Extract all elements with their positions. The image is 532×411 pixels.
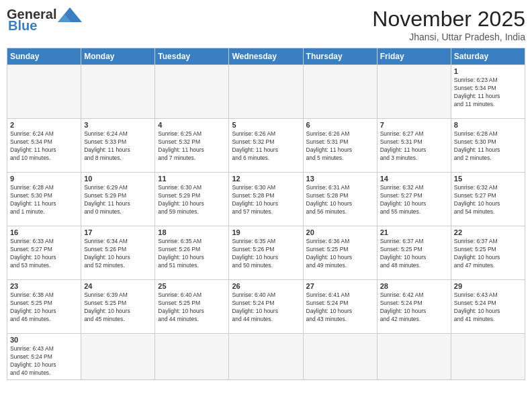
day-info: Sunrise: 6:33 AM Sunset: 5:27 PM Dayligh… xyxy=(10,238,78,270)
weekday-header-tuesday: Tuesday xyxy=(155,48,229,65)
day-number: 14 xyxy=(380,175,448,183)
logo-icon xyxy=(58,7,82,22)
day-number: 25 xyxy=(158,282,226,290)
location: Jhansi, Uttar Pradesh, India xyxy=(372,32,525,42)
day-info: Sunrise: 6:32 AM Sunset: 5:27 PM Dayligh… xyxy=(380,184,448,216)
day-number: 11 xyxy=(158,175,226,183)
day-number: 19 xyxy=(232,228,300,236)
calendar-table: SundayMondayTuesdayWednesdayThursdayFrid… xyxy=(7,48,525,380)
day-cell: 29Sunrise: 6:43 AM Sunset: 5:24 PM Dayli… xyxy=(451,280,525,334)
day-cell: 18Sunrise: 6:35 AM Sunset: 5:26 PM Dayli… xyxy=(155,226,229,280)
day-cell: 12Sunrise: 6:30 AM Sunset: 5:28 PM Dayli… xyxy=(229,173,303,226)
page-header: General Blue November 2025 Jhansi, Uttar… xyxy=(7,7,525,42)
day-info: Sunrise: 6:28 AM Sunset: 5:30 PM Dayligh… xyxy=(454,130,522,163)
day-cell: 5Sunrise: 6:26 AM Sunset: 5:32 PM Daylig… xyxy=(229,119,303,173)
day-cell: 11Sunrise: 6:30 AM Sunset: 5:29 PM Dayli… xyxy=(155,173,229,226)
day-cell: 22Sunrise: 6:37 AM Sunset: 5:25 PM Dayli… xyxy=(451,226,525,280)
day-cell: 2Sunrise: 6:24 AM Sunset: 5:34 PM Daylig… xyxy=(7,119,81,173)
day-cell: 23Sunrise: 6:38 AM Sunset: 5:25 PM Dayli… xyxy=(7,280,81,334)
day-info: Sunrise: 6:35 AM Sunset: 5:26 PM Dayligh… xyxy=(232,238,300,270)
day-cell: 4Sunrise: 6:25 AM Sunset: 5:32 PM Daylig… xyxy=(155,119,229,173)
day-cell xyxy=(377,65,451,119)
day-cell: 25Sunrise: 6:40 AM Sunset: 5:25 PM Dayli… xyxy=(155,280,229,334)
day-number: 21 xyxy=(380,228,448,236)
day-cell xyxy=(81,334,155,380)
day-info: Sunrise: 6:27 AM Sunset: 5:31 PM Dayligh… xyxy=(380,130,448,163)
day-cell: 20Sunrise: 6:36 AM Sunset: 5:25 PM Dayli… xyxy=(303,226,377,280)
day-cell xyxy=(451,334,525,380)
weekday-header-monday: Monday xyxy=(81,48,155,65)
day-number: 8 xyxy=(454,121,522,129)
day-cell: 28Sunrise: 6:42 AM Sunset: 5:24 PM Dayli… xyxy=(377,280,451,334)
day-cell: 9Sunrise: 6:28 AM Sunset: 5:30 PM Daylig… xyxy=(7,173,81,226)
day-info: Sunrise: 6:40 AM Sunset: 5:25 PM Dayligh… xyxy=(158,291,226,324)
day-info: Sunrise: 6:37 AM Sunset: 5:25 PM Dayligh… xyxy=(454,238,522,270)
day-number: 16 xyxy=(10,228,78,236)
day-info: Sunrise: 6:41 AM Sunset: 5:24 PM Dayligh… xyxy=(306,291,374,324)
day-cell: 6Sunrise: 6:26 AM Sunset: 5:31 PM Daylig… xyxy=(303,119,377,173)
logo: General Blue xyxy=(7,7,82,34)
weekday-header-row: SundayMondayTuesdayWednesdayThursdayFrid… xyxy=(7,48,525,65)
day-number: 6 xyxy=(306,121,374,129)
day-info: Sunrise: 6:28 AM Sunset: 5:30 PM Dayligh… xyxy=(10,184,78,216)
day-number: 13 xyxy=(306,175,374,183)
week-row-6: 30Sunrise: 6:43 AM Sunset: 5:24 PM Dayli… xyxy=(7,334,525,380)
day-cell xyxy=(155,334,229,380)
day-number: 30 xyxy=(10,336,78,344)
day-info: Sunrise: 6:30 AM Sunset: 5:29 PM Dayligh… xyxy=(158,184,226,216)
day-number: 12 xyxy=(232,175,300,183)
day-info: Sunrise: 6:26 AM Sunset: 5:31 PM Dayligh… xyxy=(306,130,374,163)
day-number: 3 xyxy=(84,121,152,129)
day-number: 5 xyxy=(232,121,300,129)
day-cell: 14Sunrise: 6:32 AM Sunset: 5:27 PM Dayli… xyxy=(377,173,451,226)
day-info: Sunrise: 6:37 AM Sunset: 5:25 PM Dayligh… xyxy=(380,238,448,270)
day-info: Sunrise: 6:39 AM Sunset: 5:25 PM Dayligh… xyxy=(84,291,152,324)
day-info: Sunrise: 6:36 AM Sunset: 5:25 PM Dayligh… xyxy=(306,238,374,270)
day-number: 29 xyxy=(454,282,522,290)
day-number: 7 xyxy=(380,121,448,129)
day-number: 10 xyxy=(84,175,152,183)
day-cell xyxy=(155,65,229,119)
day-cell: 10Sunrise: 6:29 AM Sunset: 5:29 PM Dayli… xyxy=(81,173,155,226)
day-number: 2 xyxy=(10,121,78,129)
title-section: November 2025 Jhansi, Uttar Pradesh, Ind… xyxy=(372,7,525,42)
month-title: November 2025 xyxy=(372,7,525,32)
day-number: 26 xyxy=(232,282,300,290)
day-cell: 15Sunrise: 6:32 AM Sunset: 5:27 PM Dayli… xyxy=(451,173,525,226)
weekday-header-sunday: Sunday xyxy=(7,48,81,65)
day-info: Sunrise: 6:26 AM Sunset: 5:32 PM Dayligh… xyxy=(232,130,300,163)
day-info: Sunrise: 6:24 AM Sunset: 5:34 PM Dayligh… xyxy=(10,130,78,163)
day-info: Sunrise: 6:24 AM Sunset: 5:33 PM Dayligh… xyxy=(84,130,152,163)
weekday-header-thursday: Thursday xyxy=(303,48,377,65)
day-info: Sunrise: 6:32 AM Sunset: 5:27 PM Dayligh… xyxy=(454,184,522,216)
day-info: Sunrise: 6:23 AM Sunset: 5:34 PM Dayligh… xyxy=(454,77,522,109)
day-cell: 24Sunrise: 6:39 AM Sunset: 5:25 PM Dayli… xyxy=(81,280,155,334)
day-info: Sunrise: 6:43 AM Sunset: 5:24 PM Dayligh… xyxy=(454,291,522,324)
day-number: 4 xyxy=(158,121,226,129)
day-info: Sunrise: 6:43 AM Sunset: 5:24 PM Dayligh… xyxy=(10,345,78,377)
day-number: 28 xyxy=(380,282,448,290)
day-cell xyxy=(377,334,451,380)
weekday-header-saturday: Saturday xyxy=(451,48,525,65)
day-cell: 3Sunrise: 6:24 AM Sunset: 5:33 PM Daylig… xyxy=(81,119,155,173)
day-info: Sunrise: 6:42 AM Sunset: 5:24 PM Dayligh… xyxy=(380,291,448,324)
weekday-header-friday: Friday xyxy=(377,48,451,65)
day-cell xyxy=(229,65,303,119)
day-info: Sunrise: 6:40 AM Sunset: 5:24 PM Dayligh… xyxy=(232,291,300,324)
day-cell: 27Sunrise: 6:41 AM Sunset: 5:24 PM Dayli… xyxy=(303,280,377,334)
day-number: 9 xyxy=(10,175,78,183)
day-info: Sunrise: 6:25 AM Sunset: 5:32 PM Dayligh… xyxy=(158,130,226,163)
day-cell xyxy=(303,334,377,380)
day-info: Sunrise: 6:35 AM Sunset: 5:26 PM Dayligh… xyxy=(158,238,226,270)
day-number: 15 xyxy=(454,175,522,183)
day-cell: 7Sunrise: 6:27 AM Sunset: 5:31 PM Daylig… xyxy=(377,119,451,173)
day-cell: 8Sunrise: 6:28 AM Sunset: 5:30 PM Daylig… xyxy=(451,119,525,173)
day-info: Sunrise: 6:30 AM Sunset: 5:28 PM Dayligh… xyxy=(232,184,300,216)
day-number: 18 xyxy=(158,228,226,236)
week-row-1: 1Sunrise: 6:23 AM Sunset: 5:34 PM Daylig… xyxy=(7,65,525,119)
week-row-3: 9Sunrise: 6:28 AM Sunset: 5:30 PM Daylig… xyxy=(7,173,525,226)
day-cell: 16Sunrise: 6:33 AM Sunset: 5:27 PM Dayli… xyxy=(7,226,81,280)
logo-blue: Blue xyxy=(8,18,37,34)
day-info: Sunrise: 6:29 AM Sunset: 5:29 PM Dayligh… xyxy=(84,184,152,216)
day-cell: 21Sunrise: 6:37 AM Sunset: 5:25 PM Dayli… xyxy=(377,226,451,280)
